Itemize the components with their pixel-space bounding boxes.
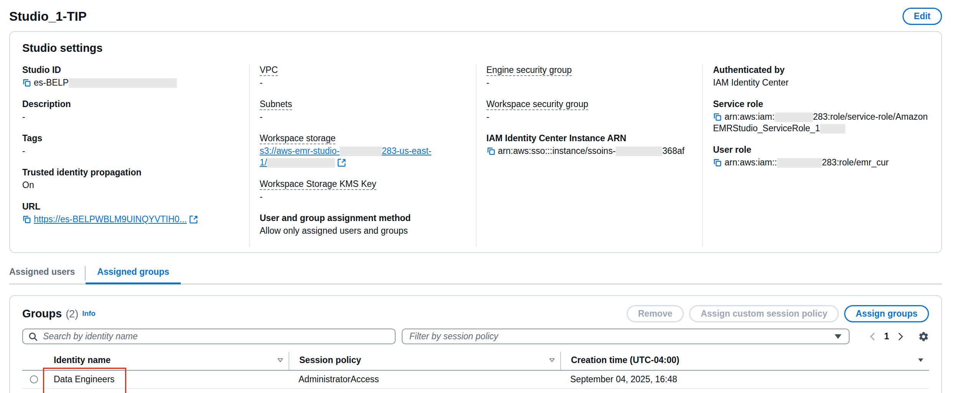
studio-id-text: es-BELP xyxy=(34,78,69,88)
tip-value: On xyxy=(22,179,239,191)
engine-sg-info-term[interactable]: Engine security group xyxy=(487,65,572,76)
field-service-role: Service role arn:aws:iam:283:role/servic… xyxy=(713,99,919,134)
tags-label: Tags xyxy=(22,133,239,144)
search-box xyxy=(22,329,396,344)
row-radio-button[interactable] xyxy=(30,375,38,383)
assignment-method-value: Allow only assigned users and groups xyxy=(260,225,466,236)
field-tags: Tags - xyxy=(22,133,239,157)
sort-icon xyxy=(277,358,283,362)
groups-title: Groups (2) Info xyxy=(22,307,96,320)
tip-label: Trusted identity propagation xyxy=(22,167,239,178)
tab-assigned-groups[interactable]: Assigned groups xyxy=(86,263,181,284)
vpc-label: VPC xyxy=(260,64,466,76)
field-user-role: User role arn:aws:iam::283:role/emr_cur xyxy=(713,144,919,168)
user-role-label: User role xyxy=(713,144,919,155)
groups-header: Groups (2) Info Remove Assign custom ses… xyxy=(22,305,929,322)
field-workspace-storage: Workspace storage s3://aws-emr-studio-28… xyxy=(260,133,466,168)
external-link-icon xyxy=(189,215,198,224)
subnets-value: - xyxy=(260,111,466,122)
kms-key-info-term[interactable]: Workspace Storage KMS Key xyxy=(260,179,376,190)
field-assignment-method: User and group assignment method Allow o… xyxy=(260,213,466,236)
vpc-value: - xyxy=(260,77,466,88)
workspace-storage-value: s3://aws-emr-studio-283-us-east-1/ xyxy=(260,145,466,168)
idc-arn-label: IAM Identity Center Instance ARN xyxy=(487,133,693,144)
settings-column-3: Engine security group - Workspace securi… xyxy=(476,64,703,247)
edit-button[interactable]: Edit xyxy=(902,8,942,25)
groups-heading: Groups xyxy=(22,307,62,320)
session-policy-filter-select[interactable]: Filter by session policy xyxy=(402,329,850,344)
field-trusted-identity-propagation: Trusted identity propagation On xyxy=(22,167,239,191)
filter-placeholder: Filter by session policy xyxy=(409,331,834,342)
table-row: Data Scientists AdministratorAccess Sept… xyxy=(22,389,929,393)
page-header: Studio_1-TIP Edit xyxy=(9,0,942,31)
filter-row: Filter by session policy 1 xyxy=(22,329,929,344)
redacted-text xyxy=(615,147,662,156)
description-label: Description xyxy=(22,99,239,110)
copy-icon[interactable] xyxy=(22,215,31,224)
page-title: Studio_1-TIP xyxy=(9,9,87,24)
previous-page-button[interactable] xyxy=(869,332,877,341)
table-header-row: Identity name Session policy Creation ti… xyxy=(22,352,929,371)
table-row: Data Engineers AdministratorAccess Septe… xyxy=(22,371,929,389)
authenticated-by-value: IAM Identity Center xyxy=(713,77,919,88)
workspace-storage-info-term[interactable]: Workspace storage xyxy=(260,133,336,144)
subnets-label: Subnets xyxy=(260,99,466,110)
groups-actions: Remove Assign custom session policy Assi… xyxy=(627,305,929,322)
field-idc-instance-arn: IAM Identity Center Instance ARN arn:aws… xyxy=(487,133,693,157)
description-value: - xyxy=(22,111,239,122)
redacted-text xyxy=(820,124,845,134)
workspace-storage-label: Workspace storage xyxy=(260,133,466,144)
service-role-label: Service role xyxy=(713,99,919,110)
assign-custom-session-policy-button[interactable]: Assign custom session policy xyxy=(689,305,839,322)
field-engine-security-group: Engine security group - xyxy=(487,64,693,88)
column-header-identity-name[interactable]: Identity name xyxy=(54,352,289,370)
assign-groups-button[interactable]: Assign groups xyxy=(844,305,929,322)
redacted-text xyxy=(775,112,813,122)
tab-assigned-users[interactable]: Assigned users xyxy=(9,263,85,284)
studio-settings-heading: Studio settings xyxy=(22,42,929,54)
row-select-cell xyxy=(22,375,54,383)
workspace-sg-info-term[interactable]: Workspace security group xyxy=(487,99,588,110)
next-page-button[interactable] xyxy=(896,332,904,341)
user-role-value: arn:aws:iam::283:role/emr_cur xyxy=(713,157,919,168)
field-subnets: Subnets - xyxy=(260,99,466,122)
vpc-info-term[interactable]: VPC xyxy=(260,65,278,76)
studio-settings-card: Studio settings Studio ID es-BELP Descri… xyxy=(9,31,942,253)
gear-icon[interactable] xyxy=(918,331,929,342)
kms-key-value: - xyxy=(260,191,466,202)
select-all-column-header xyxy=(22,357,54,365)
kms-key-label: Workspace Storage KMS Key xyxy=(260,178,466,190)
service-role-value: arn:aws:iam:283:role/service-role/Amazon… xyxy=(713,111,919,134)
redacted-text xyxy=(777,158,822,168)
info-link[interactable]: Info xyxy=(82,309,96,318)
column-header-creation-time[interactable]: Creation time (UTC-04:00) xyxy=(560,352,929,370)
chevron-down-icon xyxy=(834,334,842,339)
copy-icon[interactable] xyxy=(713,112,722,122)
tab-bar: Assigned users Assigned groups xyxy=(9,263,942,284)
identity-name-cell: Data Engineers xyxy=(54,374,289,385)
creation-time-cell: September 04, 2025, 16:48 xyxy=(560,374,929,385)
copy-icon[interactable] xyxy=(487,147,496,156)
groups-table: Identity name Session policy Creation ti… xyxy=(22,352,929,393)
subnets-info-term[interactable]: Subnets xyxy=(260,99,292,110)
remove-button[interactable]: Remove xyxy=(627,305,684,322)
redacted-text xyxy=(340,147,382,156)
field-workspace-storage-kms-key: Workspace Storage KMS Key - xyxy=(260,178,466,202)
session-policy-cell: AdministratorAccess xyxy=(289,374,560,385)
column-header-session-policy[interactable]: Session policy xyxy=(289,352,560,370)
studio-id-value: es-BELP xyxy=(22,77,239,88)
assignment-method-label: User and group assignment method xyxy=(260,213,466,224)
copy-icon[interactable] xyxy=(713,158,722,167)
redacted-text xyxy=(267,158,335,168)
studio-url-link[interactable]: https://es-BELPWBLM9UINQYVTIH0... xyxy=(34,214,187,224)
page-number[interactable]: 1 xyxy=(883,331,891,342)
field-authenticated-by: Authenticated by IAM Identity Center xyxy=(713,64,919,88)
field-studio-id: Studio ID es-BELP xyxy=(22,64,239,88)
search-input[interactable] xyxy=(22,329,396,344)
studio-id-label: Studio ID xyxy=(22,64,239,76)
settings-column-2: VPC - Subnets - Workspace storage s3://a… xyxy=(249,64,476,247)
field-url: URL https://es-BELPWBLM9UINQYVTIH0... xyxy=(22,201,239,225)
copy-icon[interactable] xyxy=(22,78,31,88)
workspace-sg-value: - xyxy=(487,111,693,122)
authenticated-by-label: Authenticated by xyxy=(713,64,919,76)
